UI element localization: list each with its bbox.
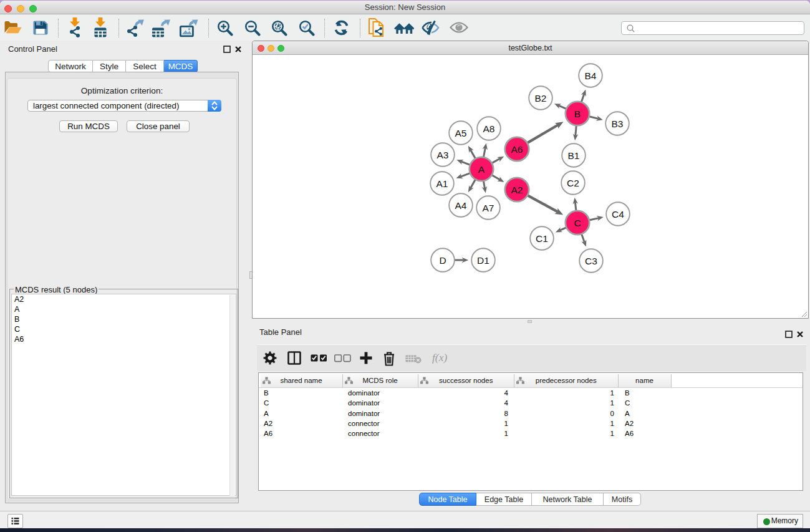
svg-text:A7: A7 — [483, 203, 494, 213]
svg-text:C3: C3 — [585, 256, 597, 266]
svg-text:A3: A3 — [437, 150, 449, 160]
svg-text:C2: C2 — [567, 178, 579, 188]
svg-text:B: B — [574, 109, 581, 119]
svg-text:D: D — [439, 255, 446, 266]
svg-text:A4: A4 — [455, 200, 467, 211]
svg-text:B1: B1 — [568, 150, 580, 161]
svg-text:A: A — [478, 164, 485, 175]
svg-text:B2: B2 — [535, 93, 547, 104]
svg-text:A1: A1 — [436, 178, 448, 189]
svg-text:A8: A8 — [483, 123, 495, 134]
svg-text:A5: A5 — [455, 128, 467, 138]
svg-text:D1: D1 — [477, 255, 489, 266]
svg-text:A6: A6 — [511, 144, 523, 155]
svg-text:B3: B3 — [612, 118, 624, 129]
svg-text:C4: C4 — [612, 209, 624, 220]
svg-text:C: C — [574, 218, 581, 228]
svg-text:A2: A2 — [511, 185, 523, 195]
svg-text:C1: C1 — [536, 233, 548, 244]
svg-text:B4: B4 — [585, 70, 597, 81]
